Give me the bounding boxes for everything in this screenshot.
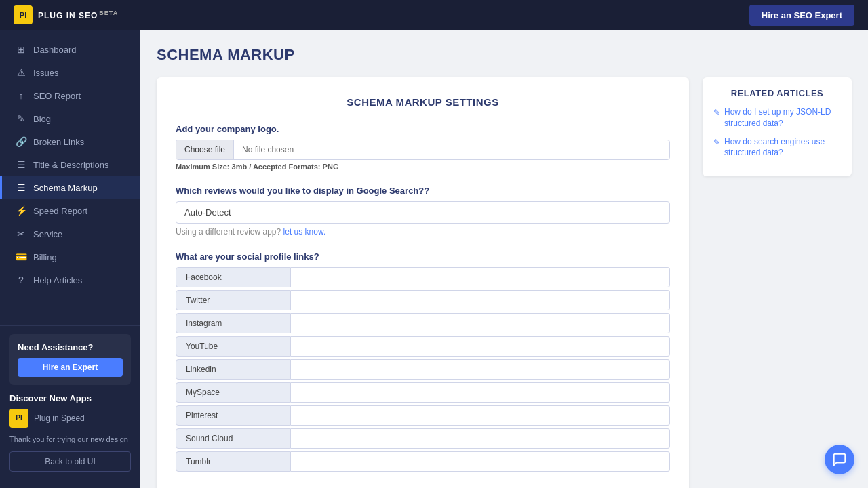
social-row-instagram: Instagram: [176, 313, 670, 333]
blog-icon: ✎: [16, 113, 26, 124]
social-row-pinterest: Pinterest: [176, 405, 670, 426]
sidebar-item-service[interactable]: ✂ Service: [0, 222, 140, 245]
social-input-facebook[interactable]: [291, 267, 670, 287]
social-input-youtube[interactable]: [291, 336, 670, 357]
logo: PI PLUG IN SEOBETA: [14, 5, 118, 24]
logo-text: PLUG IN SEOBETA: [38, 9, 118, 20]
review-hint: Using a different review app? let us kno…: [176, 227, 670, 237]
social-input-tumblr[interactable]: [291, 451, 670, 472]
title-descriptions-icon: ☰: [16, 159, 26, 170]
sidebar-item-label-schema-markup: Schema Markup: [33, 183, 98, 193]
sidebar-item-label-issues: Issues: [33, 68, 59, 78]
social-row-myspace: MySpace: [176, 382, 670, 403]
social-row-twitter: Twitter: [176, 290, 670, 310]
seo-report-icon: ↑: [16, 90, 26, 101]
social-label-2: Instagram: [176, 313, 291, 333]
sidebar-item-schema-markup[interactable]: ☰ Schema Markup: [0, 176, 140, 199]
sidebar: ⊞ Dashboard ⚠ Issues ↑ SEO Report ✎ Blog…: [0, 30, 140, 488]
sidebar-item-broken-links[interactable]: 🔗 Broken Links: [0, 130, 140, 153]
reviews-label: Which reviews would you like to display …: [176, 186, 670, 196]
sidebar-item-help-articles[interactable]: ? Help Articles: [0, 268, 140, 291]
sidebar-item-label-title-descriptions: Title & Descriptions: [33, 160, 109, 170]
company-logo-label: Add your company logo.: [176, 124, 670, 134]
social-row-sound-cloud: Sound Cloud: [176, 428, 670, 449]
app-icon: PI: [9, 409, 28, 428]
sidebar-item-label-speed-report: Speed Report: [33, 206, 87, 216]
social-row-linkedin: Linkedin: [176, 359, 670, 380]
content-layout: SCHEMA MARKUP SETTINGS Add your company …: [157, 77, 852, 488]
content-area: SCHEMA MARKUP SCHEMA MARKUP SETTINGS Add…: [140, 30, 868, 488]
social-row-facebook: Facebook: [176, 267, 670, 287]
sidebar-bottom: Need Assistance? Hire an Expert Discover…: [0, 325, 140, 480]
social-label-6: Pinterest: [176, 405, 291, 426]
related-link-1[interactable]: ✎ How do search engines use structured d…: [713, 136, 841, 159]
sidebar-item-label-broken-links: Broken Links: [33, 137, 84, 147]
page-title: SCHEMA MARKUP: [157, 46, 852, 64]
social-links-section: What are your social profile links? Face…: [176, 251, 670, 472]
related-articles: RELATED ARTICLES ✎ How do I set up my JS…: [703, 77, 852, 176]
billing-icon: 💳: [16, 251, 26, 262]
sidebar-item-title-descriptions[interactable]: ☰ Title & Descriptions: [0, 153, 140, 176]
hire-expert-button[interactable]: Hire an SEO Expert: [749, 5, 854, 26]
file-hint: Maximum Size: 3mb / Accepted Formats: PN…: [176, 163, 670, 171]
social-row-tumblr: Tumblr: [176, 451, 670, 472]
sidebar-item-seo-report[interactable]: ↑ SEO Report: [0, 84, 140, 107]
sidebar-item-label-seo-report: SEO Report: [33, 91, 81, 101]
social-links-label: What are your social profile links?: [176, 251, 670, 262]
assistance-title: Need Assistance?: [18, 342, 123, 352]
help-articles-icon: ?: [16, 274, 26, 285]
related-link-text-1: How do search engines use structured dat…: [724, 136, 841, 159]
social-label-7: Sound Cloud: [176, 428, 291, 449]
sidebar-item-issues[interactable]: ⚠ Issues: [0, 61, 140, 84]
social-input-sound-cloud[interactable]: [291, 428, 670, 449]
company-logo-section: Add your company logo. Choose file No fi…: [176, 124, 670, 171]
main-card: SCHEMA MARKUP SETTINGS Add your company …: [157, 77, 689, 488]
social-input-twitter[interactable]: [291, 290, 670, 310]
sidebar-item-speed-report[interactable]: ⚡ Speed Report: [0, 199, 140, 222]
choose-file-button[interactable]: Choose file: [176, 140, 234, 159]
social-input-instagram[interactable]: [291, 313, 670, 333]
card-title: SCHEMA MARKUP SETTINGS: [176, 96, 670, 108]
reviews-select[interactable]: Auto-Detect: [176, 201, 670, 224]
file-input-row: Choose file No file chosen: [176, 140, 670, 160]
sidebar-item-label-dashboard: Dashboard: [33, 45, 77, 55]
sidebar-item-label-blog: Blog: [33, 114, 51, 124]
let-us-know-link[interactable]: let us know.: [283, 227, 326, 237]
service-icon: ✂: [16, 228, 26, 239]
sidebar-item-dashboard[interactable]: ⊞ Dashboard: [0, 38, 140, 61]
issues-icon: ⚠: [16, 67, 26, 78]
sidebar-item-label-help-articles: Help Articles: [33, 275, 82, 285]
logo-icon: PI: [14, 5, 33, 24]
social-label-5: MySpace: [176, 382, 291, 403]
sidebar-item-label-billing: Billing: [33, 252, 57, 262]
chat-button[interactable]: [825, 445, 854, 474]
social-input-myspace[interactable]: [291, 382, 670, 403]
social-label-0: Facebook: [176, 267, 291, 287]
discover-box: Discover New Apps PI Plug in Speed: [9, 393, 131, 428]
reviews-section: Which reviews would you like to display …: [176, 186, 670, 237]
social-input-pinterest[interactable]: [291, 405, 670, 426]
hire-expert-sidebar-button[interactable]: Hire an Expert: [18, 358, 123, 377]
assistance-box: Need Assistance? Hire an Expert: [9, 334, 131, 385]
thank-you-text: Thank you for trying our new design: [9, 434, 131, 445]
dashboard-icon: ⊞: [16, 44, 26, 55]
sidebar-item-billing[interactable]: 💳 Billing: [0, 245, 140, 268]
discover-app: PI Plug in Speed: [9, 409, 131, 428]
sidebar-item-blog[interactable]: ✎ Blog: [0, 107, 140, 130]
social-row-youtube: YouTube: [176, 336, 670, 357]
social-label-3: YouTube: [176, 336, 291, 357]
file-name: No file chosen: [234, 140, 669, 159]
app-name: Plug in Speed: [34, 413, 85, 423]
social-input-linkedin[interactable]: [291, 359, 670, 380]
external-link-icon: ✎: [713, 137, 720, 148]
back-to-old-button[interactable]: Back to old UI: [9, 451, 131, 472]
related-articles-title: RELATED ARTICLES: [713, 88, 841, 98]
broken-links-icon: 🔗: [16, 136, 26, 147]
social-label-1: Twitter: [176, 290, 291, 310]
sidebar-nav: ⊞ Dashboard ⚠ Issues ↑ SEO Report ✎ Blog…: [0, 38, 140, 320]
related-link-text-0: How do I set up my JSON-LD structured da…: [724, 106, 841, 129]
social-label-4: Linkedin: [176, 359, 291, 380]
speed-report-icon: ⚡: [16, 205, 26, 216]
related-link-0[interactable]: ✎ How do I set up my JSON-LD structured …: [713, 106, 841, 129]
external-link-icon: ✎: [713, 107, 720, 119]
